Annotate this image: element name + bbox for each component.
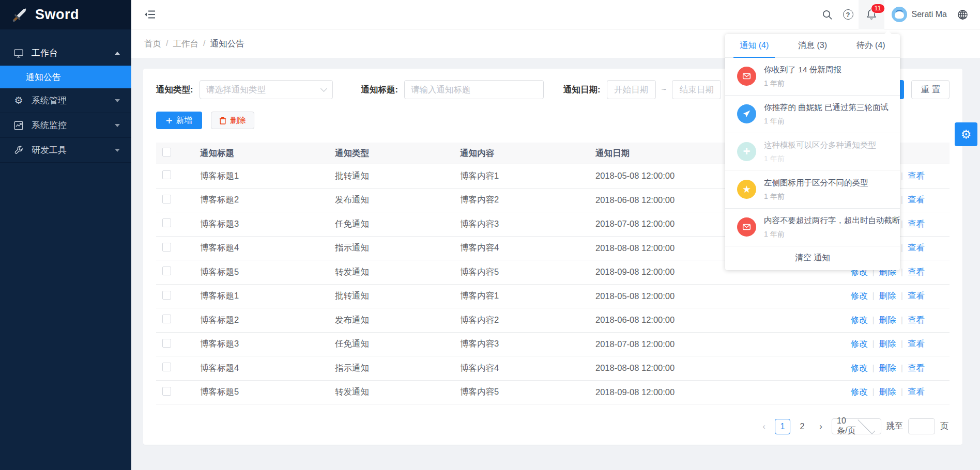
row-op-edit[interactable]: 修改 [850, 387, 867, 396]
date-end-placeholder: 结束日期 [680, 84, 714, 96]
sidebar-item-2[interactable]: 系统监控 [0, 113, 131, 138]
row-checkbox[interactable] [162, 339, 171, 348]
row-checkbox[interactable] [162, 218, 171, 227]
row-op-view[interactable]: 查看 [908, 267, 925, 276]
row-checkbox[interactable] [162, 291, 171, 300]
row-op-view[interactable]: 查看 [908, 387, 925, 396]
row-op-view[interactable]: 查看 [908, 315, 925, 324]
page-size-value: 10 条/页 [837, 416, 856, 436]
user-menu[interactable]: Serati Ma [892, 7, 947, 22]
cell-date: 2018-09-08 12:00:00 [595, 387, 838, 397]
notice-type-select[interactable]: 请选择通知类型 [200, 80, 333, 99]
notification-item[interactable]: 内容不要超过两行字，超出时自动截断1 年前 [725, 209, 900, 246]
row-checkbox[interactable] [162, 387, 171, 396]
breadcrumb-item[interactable]: 首页 [144, 38, 161, 50]
op-separator: | [872, 291, 874, 300]
cell-type: 批转通知 [335, 170, 460, 182]
cell-title: 博客标题2 [200, 315, 335, 326]
notification-title: 内容不要超过两行字，超出时自动截断 [764, 215, 889, 226]
trash-icon [219, 117, 226, 124]
select-all-checkbox[interactable] [162, 148, 171, 156]
sidebar-item-1[interactable]: ⚙系统管理 [0, 88, 131, 113]
cell-type: 指示通知 [335, 363, 460, 374]
search-icon[interactable] [817, 0, 838, 29]
reset-button[interactable]: 重 置 [911, 80, 950, 99]
notification-bell-button[interactable]: 11 [859, 0, 884, 29]
notification-title: 你收到了 14 份新周报 [764, 65, 841, 75]
row-op-delete[interactable]: 删除 [879, 315, 896, 324]
notification-item[interactable]: ★左侧图标用于区分不同的类型1 年前 [725, 171, 900, 209]
op-separator: | [901, 339, 903, 348]
add-button[interactable]: 新增 [156, 112, 202, 129]
row-checkbox[interactable] [162, 267, 171, 275]
table-row: 博客标题3任免通知博客内容32018-07-08 12:00:00修改|删除|查… [156, 333, 950, 357]
user-name: Serati Ma [912, 10, 947, 19]
chevron-down-icon [858, 417, 875, 434]
sidebar-item-label: 系统监控 [32, 119, 115, 131]
row-checkbox[interactable] [162, 243, 171, 252]
notification-item[interactable]: 你收到了 14 份新周报1 年前 [725, 58, 900, 96]
date-end-input[interactable]: 结束日期 [672, 80, 721, 99]
row-op-delete[interactable]: 删除 [879, 291, 896, 300]
notice-tab-1[interactable]: 消息 (3) [784, 34, 842, 57]
row-checkbox[interactable] [162, 195, 171, 203]
row-op-view[interactable]: 查看 [908, 339, 925, 348]
menu-fold-icon[interactable] [143, 7, 157, 22]
notification-item[interactable]: +这种模板可以区分多种通知类型1 年前 [725, 133, 900, 171]
cell-date: 2018-08-08 12:00:00 [595, 363, 838, 373]
op-separator: | [901, 171, 903, 180]
sidebar-subitem[interactable]: 通知公告 [0, 66, 131, 88]
globe-icon[interactable] [952, 0, 973, 29]
cell-date: 2018-07-08 12:00:00 [595, 339, 838, 349]
add-button-label: 新增 [176, 115, 192, 126]
caret-down-icon [115, 124, 120, 127]
sidebar-item-0[interactable]: 工作台 [0, 41, 131, 66]
row-checkbox[interactable] [162, 170, 171, 179]
cell-content: 博客内容1 [460, 170, 595, 182]
op-separator: | [901, 291, 903, 300]
row-op-edit[interactable]: 修改 [850, 315, 867, 324]
row-op-delete[interactable]: 删除 [879, 339, 896, 348]
page-size-select[interactable]: 10 条/页 [832, 418, 881, 434]
row-op-view[interactable]: 查看 [908, 219, 925, 228]
op-separator: | [901, 195, 903, 204]
mail-icon [737, 67, 756, 86]
row-op-edit[interactable]: 修改 [850, 339, 867, 348]
row-op-delete[interactable]: 删除 [879, 363, 896, 372]
notice-type-placeholder: 请选择通知类型 [206, 84, 321, 96]
date-start-input[interactable]: 开始日期 [607, 80, 656, 99]
row-op-edit[interactable]: 修改 [850, 363, 867, 372]
next-page-icon[interactable]: › [815, 421, 826, 432]
prev-page-icon[interactable]: ‹ [758, 421, 770, 432]
sidebar-item-3[interactable]: 研发工具 [0, 138, 131, 163]
row-checkbox[interactable] [162, 315, 171, 323]
delete-button[interactable]: 删除 [211, 112, 254, 129]
notice-tab-0[interactable]: 通知 (4) [725, 34, 784, 57]
theme-settings-button[interactable]: ⚙ [955, 122, 977, 146]
row-op-view[interactable]: 查看 [908, 243, 925, 252]
page-number-2[interactable]: 2 [794, 419, 810, 434]
column-header: 通知类型 [335, 148, 460, 159]
row-op-view[interactable]: 查看 [908, 171, 925, 180]
row-op-delete[interactable]: 删除 [879, 387, 896, 396]
plus-icon: + [737, 142, 756, 161]
cell-title: 博客标题1 [200, 170, 335, 182]
op-separator: | [901, 387, 903, 396]
page-number-1[interactable]: 1 [775, 419, 790, 434]
jump-page-input[interactable] [908, 418, 935, 434]
row-op-view[interactable]: 查看 [908, 291, 925, 300]
row-op-view[interactable]: 查看 [908, 363, 925, 372]
notice-tab-2[interactable]: 待办 (4) [841, 34, 900, 57]
app-logo[interactable]: Sword [0, 0, 131, 29]
breadcrumb-item[interactable]: 工作台 [173, 38, 199, 50]
row-op-view[interactable]: 查看 [908, 195, 925, 204]
notification-item[interactable]: 你推荐的 曲妮妮 已通过第三轮面试1 年前 [725, 96, 900, 133]
cell-date: 2018-05-08 12:00:00 [595, 291, 838, 301]
row-checkbox[interactable] [162, 363, 171, 371]
clear-notifications-button[interactable]: 清空 通知 [725, 246, 900, 270]
row-op-edit[interactable]: 修改 [850, 291, 867, 300]
notification-panel: 通知 (4)消息 (3)待办 (4) 你收到了 14 份新周报1 年前你推荐的 … [725, 34, 900, 270]
help-icon[interactable]: ? [838, 0, 859, 29]
cell-type: 批转通知 [335, 290, 460, 302]
notice-title-input[interactable]: 请输入通知标题 [404, 80, 544, 99]
